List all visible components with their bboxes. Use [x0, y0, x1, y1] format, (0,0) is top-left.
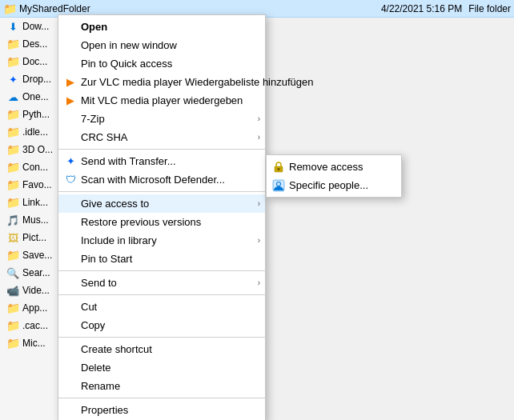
menu-item-defender[interactable]: 🛡 Scan with Microsoft Defender... — [58, 170, 265, 189]
sidebar-item-contacts[interactable]: 📁 Con... — [0, 158, 59, 176]
menu-label: Rename — [81, 380, 120, 392]
menu-item-delete[interactable]: Delete — [58, 358, 265, 377]
menu-label: Cut — [81, 301, 97, 313]
menu-label: Include in library — [81, 234, 157, 246]
sidebar-label: Vide... — [22, 285, 50, 296]
explorer-sidebar: ⬇ Dow... 📁 Des... 📁 Doc... ✦ Drop... ☁ O… — [0, 18, 60, 420]
sidebar-label: Doc... — [22, 56, 47, 67]
separator-1 — [58, 149, 265, 150]
sidebar-label: Link... — [22, 197, 48, 208]
sidebar-item-3d[interactable]: 📁 3D O... — [0, 141, 59, 158]
folder-icon-python: 📁 — [6, 108, 19, 121]
menu-label: Copy — [81, 319, 105, 331]
dropbox-menu-icon: ✦ — [63, 154, 78, 169]
menu-item-pin-start[interactable]: Pin to Start — [58, 250, 265, 268]
sidebar-item-favorites[interactable]: 📁 Favo... — [0, 176, 59, 194]
sidebar-label: Dow... — [22, 21, 49, 32]
menu-label: Send to — [81, 277, 117, 289]
sidebar-label: .idle... — [22, 126, 48, 138]
folder-icon-app: 📁 — [6, 302, 19, 314]
submenu-arrow-sendto: › — [258, 278, 260, 287]
sidebar-item-saved[interactable]: 📁 Save... — [0, 246, 59, 264]
submenu-arrow-access: › — [258, 199, 260, 208]
sidebar-item-dropbox[interactable]: ✦ Drop... — [0, 70, 59, 88]
selected-folder-name: MySharedFolder — [19, 3, 381, 14]
separator-5 — [58, 337, 265, 338]
sidebar-label: Des... — [22, 38, 47, 50]
sidebar-item-onedrive[interactable]: ☁ One... — [0, 88, 59, 106]
menu-label: Pin to Start — [81, 253, 132, 265]
menu-label-open: Open — [81, 21, 107, 33]
folder-icon-cache: 📁 — [6, 319, 19, 332]
sidebar-label: One... — [22, 91, 49, 102]
menu-item-vlc-playlist[interactable]: ▶ Zur VLC media player Wiedergabeliste h… — [58, 73, 265, 91]
menu-label: Pin to Quick access — [81, 58, 172, 70]
svg-point-4 — [277, 182, 280, 186]
context-menu: Open Open in new window Pin to Quick acc… — [58, 14, 266, 420]
search-icon: 🔍 — [6, 266, 19, 279]
folder-icon-desktop: 📁 — [6, 38, 19, 50]
selected-folder-type: File folder — [468, 3, 511, 14]
sidebar-item-pictures[interactable]: 🖼 Pict... — [0, 229, 59, 246]
sidebar-item-desktop[interactable]: 📁 Des... — [0, 35, 59, 53]
submenu-item-remove-access[interactable]: Remove access — [267, 158, 401, 176]
menu-label: Properties — [81, 404, 128, 416]
folder-icon-3d: 📁 — [6, 143, 19, 156]
menu-item-send-to[interactable]: Send to › — [58, 274, 265, 292]
menu-item-rename[interactable]: Rename — [58, 377, 265, 395]
vlc-icon-2: ▶ — [63, 94, 78, 108]
menu-label: Zur VLC media player Wiedergabeliste hin… — [81, 76, 314, 88]
sidebar-item-appdata[interactable]: 📁 App... — [0, 299, 59, 317]
svg-rect-1 — [278, 168, 280, 170]
menu-item-open[interactable]: Open — [58, 18, 265, 36]
folder-icon-links: 📁 — [6, 196, 19, 209]
sidebar-item-search[interactable]: 🔍 Sear... — [0, 264, 59, 282]
separator-2 — [58, 191, 265, 192]
menu-label: Send with Transfer... — [81, 155, 176, 167]
sidebar-item-cache[interactable]: 📁 .cac... — [0, 317, 59, 334]
folder-icon-saved: 📁 — [6, 249, 19, 262]
menu-item-restore-versions[interactable]: Restore previous versions — [58, 213, 265, 231]
lock-icon — [271, 160, 286, 174]
sidebar-item-idle[interactable]: 📁 .idle... — [0, 123, 59, 141]
sidebar-item-music[interactable]: 🎵 Mus... — [0, 211, 59, 229]
menu-item-include-library[interactable]: Include in library › — [58, 231, 265, 250]
menu-label: Scan with Microsoft Defender... — [81, 174, 225, 186]
folder-icon-idle: 📁 — [6, 126, 19, 138]
sidebar-label: Mic... — [22, 338, 46, 349]
menu-item-open-new-window[interactable]: Open in new window — [58, 36, 265, 54]
menu-item-cut[interactable]: Cut — [58, 298, 265, 316]
sidebar-item-links[interactable]: 📁 Link... — [0, 194, 59, 211]
sidebar-label: Con... — [22, 162, 48, 173]
menu-item-vlc-play[interactable]: ▶ Mit VLC media player wiedergeben — [58, 91, 265, 110]
sidebar-item-documents[interactable]: 📁 Doc... — [0, 53, 59, 70]
sidebar-item-microsoft[interactable]: 📁 Mic... — [0, 334, 59, 352]
sidebar-item-python[interactable]: 📁 Pyth... — [0, 106, 59, 123]
sidebar-item-downloads[interactable]: ⬇ Dow... — [0, 18, 59, 35]
submenu-arrow-library: › — [258, 236, 260, 245]
menu-item-crc[interactable]: CRC SHA › — [58, 128, 265, 146]
menu-label: Create shortcut — [81, 343, 152, 355]
submenu-label-specific: Specific people... — [289, 179, 368, 191]
video-icon: 📹 — [6, 284, 19, 297]
folder-icon-contacts: 📁 — [6, 161, 19, 174]
onedrive-icon: ☁ — [6, 90, 19, 103]
menu-label: Mit VLC media player wiedergeben — [81, 94, 243, 106]
menu-label: CRC SHA — [81, 131, 128, 143]
sidebar-item-videos[interactable]: 📹 Vide... — [0, 282, 59, 299]
menu-item-properties[interactable]: Properties — [58, 401, 265, 419]
submenu-item-specific-people[interactable]: Specific people... — [267, 176, 401, 194]
sidebar-label: Favo... — [22, 179, 52, 190]
vlc-icon: ▶ — [63, 75, 78, 90]
menu-item-copy[interactable]: Copy — [58, 316, 265, 334]
separator-4 — [58, 294, 265, 295]
menu-item-give-access[interactable]: Give access to › — [58, 194, 265, 213]
submenu-give-access: Remove access Specific people... — [266, 154, 402, 198]
menu-item-pin-quick[interactable]: Pin to Quick access — [58, 54, 265, 73]
menu-item-create-shortcut[interactable]: Create shortcut — [58, 340, 265, 358]
menu-item-send-transfer[interactable]: ✦ Send with Transfer... — [58, 152, 265, 170]
submenu-label-remove: Remove access — [289, 161, 363, 173]
menu-item-7zip[interactable]: 7-Zip › — [58, 110, 265, 128]
folder-icon-fav: 📁 — [6, 178, 19, 191]
sidebar-label: 3D O... — [22, 144, 53, 155]
